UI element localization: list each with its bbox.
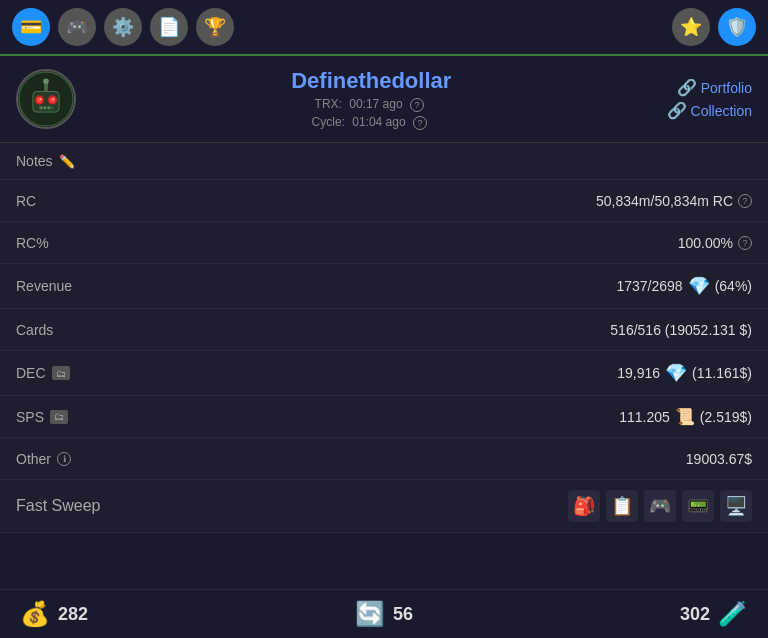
trx-info: TRX: 00:17 ago ? [76, 97, 667, 112]
bottom-right-value: 302 [680, 604, 710, 625]
bottom-right-item: 302 🧪 [505, 600, 748, 628]
sweep-icon-3[interactable]: 🎮 [644, 490, 676, 522]
svg-point-7 [53, 98, 55, 100]
dec-amount: 19,916 [617, 365, 660, 381]
svg-rect-12 [44, 106, 46, 109]
svg-point-6 [39, 98, 41, 100]
cycle-label: Cycle: [312, 115, 345, 129]
sweep-icon-4[interactable]: 📟 [682, 490, 714, 522]
trx-label: TRX: [315, 97, 342, 111]
gamepad-nav-icon[interactable]: 🎮 [58, 8, 96, 46]
dec-wallet-icon[interactable]: 🗂 [52, 366, 70, 380]
bottom-center-value: 56 [393, 604, 413, 625]
shield-nav-icon[interactable]: 🛡️ [718, 8, 756, 46]
revenue-value: 1737/2698 💎 (64%) [616, 275, 752, 297]
profile-center: Definethedollar TRX: 00:17 ago ? Cycle: … [76, 68, 667, 130]
cards-value: 516/516 (19052.131 $) [610, 322, 752, 338]
svg-point-4 [37, 97, 43, 103]
revenue-percent: (64%) [715, 278, 752, 294]
profile-links: 🔗 Portfolio 🔗 Collection [667, 78, 752, 120]
sps-gold-icon: 📜 [675, 407, 695, 426]
cards-row: Cards 516/516 (19052.131 $) [0, 309, 768, 351]
nav-right-group: ⭐ 🛡️ [672, 8, 756, 46]
cycle-help-icon[interactable]: ? [413, 116, 427, 130]
other-amount: 19003.67$ [686, 451, 752, 467]
dec-gem-icon: 💎 [665, 362, 687, 384]
svg-rect-11 [40, 106, 42, 109]
avatar [16, 69, 76, 129]
cards-label: Cards [16, 322, 53, 338]
gem-icon: 💎 [688, 275, 710, 297]
rc-label: RC [16, 193, 36, 209]
wallet-nav-icon[interactable]: 💳 [12, 8, 50, 46]
bottom-center-item: 🔄 56 [263, 600, 506, 628]
sweep-icon-1[interactable]: 🎒 [568, 490, 600, 522]
revenue-label: Revenue [16, 278, 72, 294]
trophy-nav-icon[interactable]: 🏆 [196, 8, 234, 46]
other-label: Other ℹ [16, 451, 71, 467]
star-nav-icon[interactable]: ⭐ [672, 8, 710, 46]
sweep-icons-group: 🎒 📋 🎮 📟 🖥️ [568, 490, 752, 522]
other-info-icon[interactable]: ℹ [57, 452, 71, 466]
cycle-time: 01:04 ago [352, 115, 405, 129]
bottom-bag-icon: 💰 [20, 600, 50, 628]
bottom-spin-icon: 🔄 [355, 600, 385, 628]
bottom-bar: 💰 282 🔄 56 302 🧪 [0, 589, 768, 638]
rc-percent-row: RC% 100.00% ? [0, 222, 768, 264]
rc-help-icon[interactable]: ? [738, 194, 752, 208]
collection-label: Collection [691, 103, 752, 119]
top-navigation: 💳 🎮 ⚙️ 📄 🏆 ⭐ 🛡️ [0, 0, 768, 56]
collection-link[interactable]: 🔗 Collection [667, 101, 752, 120]
fast-sweep-row: Fast Sweep 🎒 📋 🎮 📟 🖥️ [0, 480, 768, 533]
sps-value: 111.205 📜 (2.519$) [619, 407, 752, 426]
sps-label: SPS 🗂 [16, 409, 68, 425]
portfolio-link-icon: 🔗 [677, 78, 697, 97]
notes-edit-icon[interactable]: ✏️ [59, 154, 75, 169]
trx-help-icon[interactable]: ? [410, 98, 424, 112]
other-text: Other [16, 451, 51, 467]
trx-time: 00:17 ago [349, 97, 402, 111]
other-value: 19003.67$ [686, 451, 752, 467]
notes-row: Notes ✏️ [0, 143, 768, 180]
sps-amount: 111.205 [619, 409, 670, 425]
svg-point-5 [50, 97, 56, 103]
rc-row: RC 50,834m/50,834m RC ? [0, 180, 768, 222]
rc-percent-help-icon[interactable]: ? [738, 236, 752, 250]
sps-text: SPS [16, 409, 44, 425]
revenue-row: Revenue 1737/2698 💎 (64%) [0, 264, 768, 309]
rc-percent-amount: 100.00% [678, 235, 733, 251]
profile-section: Definethedollar TRX: 00:17 ago ? Cycle: … [0, 56, 768, 143]
rc-amount: 50,834m/50,834m RC [596, 193, 733, 209]
cycle-info: Cycle: 01:04 ago ? [76, 115, 667, 130]
sweep-icon-2[interactable]: 📋 [606, 490, 638, 522]
svg-point-9 [43, 78, 49, 84]
sps-wallet-icon[interactable]: 🗂 [50, 410, 68, 424]
sps-usd: (2.519$) [700, 409, 752, 425]
avatar-image [18, 71, 74, 127]
collection-link-icon: 🔗 [667, 101, 687, 120]
bottom-potion-icon: 🧪 [718, 600, 748, 628]
document-nav-icon[interactable]: 📄 [150, 8, 188, 46]
rc-percent-label: RC% [16, 235, 49, 251]
settings-nav-icon[interactable]: ⚙️ [104, 8, 142, 46]
fast-sweep-text: Fast Sweep [16, 497, 100, 515]
dec-text: DEC [16, 365, 46, 381]
rc-percent-value: 100.00% ? [678, 235, 752, 251]
sweep-icon-5[interactable]: 🖥️ [720, 490, 752, 522]
robot-avatar-svg [18, 69, 74, 129]
bottom-left-item: 💰 282 [20, 600, 263, 628]
revenue-amount: 1737/2698 [616, 278, 682, 294]
dec-label: DEC 🗂 [16, 365, 70, 381]
cards-amount: 516/516 (19052.131 $) [610, 322, 752, 338]
svg-rect-13 [48, 106, 50, 109]
other-row: Other ℹ 19003.67$ [0, 438, 768, 480]
fast-sweep-label: Fast Sweep [16, 497, 100, 515]
dec-row: DEC 🗂 19,916 💎 (11.161$) [0, 351, 768, 396]
bottom-left-value: 282 [58, 604, 88, 625]
sps-row: SPS 🗂 111.205 📜 (2.519$) [0, 396, 768, 438]
content-area: Notes ✏️ RC 50,834m/50,834m RC ? RC% 100… [0, 143, 768, 533]
dec-usd: (11.161$) [692, 365, 752, 381]
rc-value: 50,834m/50,834m RC ? [596, 193, 752, 209]
portfolio-link[interactable]: 🔗 Portfolio [677, 78, 752, 97]
dec-value: 19,916 💎 (11.161$) [617, 362, 752, 384]
